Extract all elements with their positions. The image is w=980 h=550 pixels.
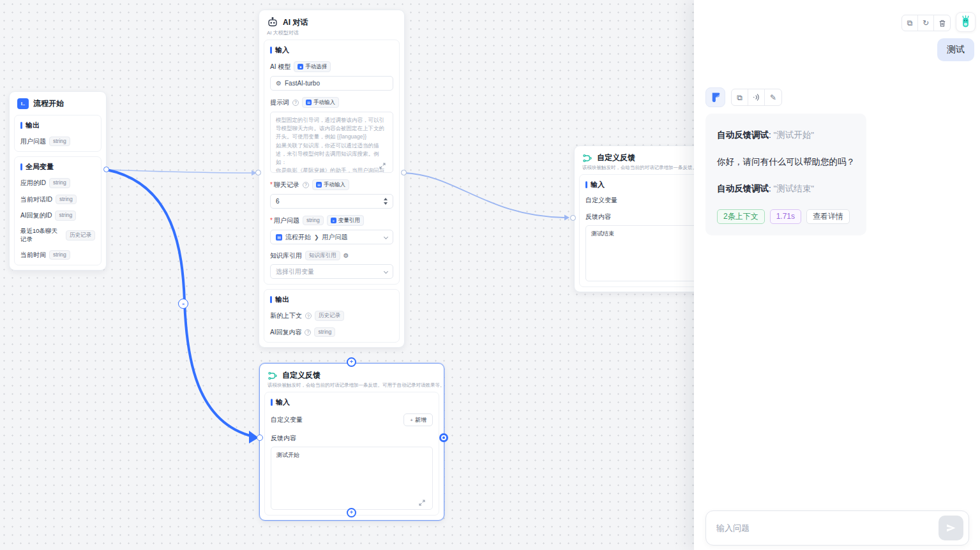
trash-icon xyxy=(939,19,946,27)
variable-mini-icon: x xyxy=(331,218,336,223)
feedback-input-section: 输入 自定义变量 反馈内容 测试结束 xyxy=(579,174,704,287)
feedback-content-label: 反馈内容 xyxy=(585,212,611,221)
feedback-input-section: 输入 自定义变量 +新增 反馈内容 测试开始 xyxy=(264,392,439,516)
variable-row: 当前对话IDstring xyxy=(20,195,95,204)
kb-placeholder: 选择引用变量 xyxy=(276,267,314,276)
edge-delete-button[interactable]: × xyxy=(178,299,188,309)
variable-label: 最近10条聊天记录 xyxy=(20,227,63,244)
node-custom-feedback-side[interactable]: 自定义反馈 该模块被触发时，会给当前的对话记录增加一条反馈。可用于自动记录对话效… xyxy=(574,145,709,292)
type-badge: 历史记录 xyxy=(315,311,344,320)
feedback-content-textarea[interactable]: 测试开始 xyxy=(271,447,433,510)
feedback-debug-line: 自动反馈调试: "测试结束" xyxy=(717,182,855,195)
edge-ai-to-feedback[interactable] xyxy=(404,173,564,218)
chat-toolbar: ⧉ ↻ xyxy=(901,15,951,31)
stepper-down-icon[interactable] xyxy=(384,202,388,205)
view-detail-button[interactable]: 查看详情 xyxy=(806,209,850,224)
section-bar xyxy=(20,163,22,170)
type-badge: string xyxy=(49,137,70,146)
edge-start-to-ai[interactable] xyxy=(107,170,252,173)
history-count-input[interactable]: 6 xyxy=(270,194,393,209)
handle-flow-start-output[interactable] xyxy=(103,167,109,172)
variable-label: AI回复的ID xyxy=(20,211,52,220)
node-title: 自定义反馈 xyxy=(282,370,320,381)
chevron-down-icon xyxy=(384,235,388,239)
output-row: AI回复内容 ? string xyxy=(270,327,393,337)
chat-input[interactable] xyxy=(706,523,939,533)
handle-feedback-side-input[interactable] xyxy=(570,215,576,221)
type-badge: string xyxy=(303,216,324,225)
kb-settings-icon[interactable]: ⚙ xyxy=(343,252,349,259)
output-row: 用户问题 string xyxy=(20,137,95,146)
edge-ai-to-feedback-arrow xyxy=(564,215,569,221)
keyboard-mini-icon: ⊞ xyxy=(316,182,322,188)
node-title: AI 对话 xyxy=(283,17,308,28)
question-mode-badge[interactable]: x变量引用 xyxy=(327,215,364,226)
help-icon[interactable]: ? xyxy=(303,182,309,188)
help-icon[interactable]: ? xyxy=(305,329,311,336)
type-badge: string xyxy=(49,178,70,188)
ai-chat-output-section: 输出 新的上下文 ? 历史记录 AI回复内容 ? string xyxy=(264,289,400,343)
variable-label: 当前时间 xyxy=(20,251,46,260)
type-badge: 知识库引用 xyxy=(305,251,340,260)
type-badge: 历史记录 xyxy=(66,230,95,240)
ai-chat-input-section: 输入 AI 模型 ●手动选择 ⚙ FastAI-turbo 提示词 ? ⊞手动输… xyxy=(264,40,400,285)
feedback-icon xyxy=(582,153,592,163)
node-ai-chat[interactable]: AI 对话 AI 大模型对话 输入 AI 模型 ●手动选择 ⚙ FastAI-t… xyxy=(259,10,405,348)
flow-start-variables-section: 全局变量 应用的IDstring 当前对话IDstring AI回复的IDstr… xyxy=(14,156,102,265)
prompt-textarea[interactable]: 模型固定的引导词，通过调整该内容，可以引导模型聊天方向。该内容会被固定在上下文的… xyxy=(270,112,393,173)
handle-feedback-top[interactable]: + xyxy=(347,357,356,367)
response-time-tag[interactable]: 1.71s xyxy=(770,209,801,224)
question-field: 用户问题 xyxy=(322,233,348,242)
section-title: 输入 xyxy=(275,45,289,55)
handle-feedback-input[interactable] xyxy=(257,435,263,441)
send-button[interactable] xyxy=(939,516,963,540)
node-custom-feedback[interactable]: 自定义反馈 该模块被触发时，会给当前的对话记录增加一条反馈。可用于自动记录对话效… xyxy=(259,363,444,521)
variable-row: 最近10条聊天记录历史记录 xyxy=(20,227,95,244)
custom-variable-label: 自定义变量 xyxy=(271,415,303,424)
copy-chat-button[interactable]: ⧉ xyxy=(902,15,918,31)
reset-chat-button[interactable]: ↻ xyxy=(918,15,934,31)
section-bar xyxy=(585,181,587,188)
node-title: 流程开始 xyxy=(33,98,64,109)
node-subtitle: AI 大模型对话 xyxy=(259,29,404,36)
custom-variable-label: 自定义变量 xyxy=(585,196,617,205)
stepper-up-icon[interactable] xyxy=(384,198,388,200)
node-flow-start[interactable]: I.. 流程开始 输出 用户问题 string 全局变量 应用的IDstring… xyxy=(9,91,107,271)
assistant-text: 你好，请问有什么可以帮助您的吗？ xyxy=(717,156,855,168)
edit-message-button[interactable]: ✎ xyxy=(765,89,781,105)
number-stepper[interactable] xyxy=(384,198,388,205)
node-title: 自定义反馈 xyxy=(597,152,635,163)
help-icon[interactable]: ? xyxy=(292,100,299,106)
fastgpt-logo-icon xyxy=(709,91,721,103)
expand-icon[interactable] xyxy=(379,163,386,169)
handle-ai-chat-input[interactable] xyxy=(255,170,261,175)
copy-message-button[interactable]: ⧉ xyxy=(732,89,748,105)
prompt-mode-badge[interactable]: ⊞手动输入 xyxy=(302,97,339,108)
context-count-tag[interactable]: 2条上下文 xyxy=(717,209,765,224)
section-bar xyxy=(271,399,273,406)
chat-test-panel: ⧉ ↻ 测试 ⧉ ✎ 自动反馈调试: "测试开始" 你好，请问有什么可以帮助您的… xyxy=(694,0,980,550)
tts-button[interactable] xyxy=(748,89,765,105)
history-mode-badge[interactable]: ⊞手动输入 xyxy=(312,179,349,190)
robot-icon xyxy=(267,17,278,28)
question-source: 流程开始 xyxy=(285,233,311,242)
keyboard-mini-icon: ⊞ xyxy=(306,100,312,105)
kb-select[interactable]: 选择引用变量 xyxy=(270,264,393,279)
add-variable-button[interactable]: +新增 xyxy=(403,413,433,426)
app-avatar-button[interactable] xyxy=(956,12,976,32)
user-message-bubble: 测试 xyxy=(937,38,974,61)
delete-chat-button[interactable] xyxy=(934,15,950,31)
model-select[interactable]: ⚙ FastAI-turbo xyxy=(270,76,393,91)
chat-input-bar xyxy=(705,510,969,546)
handle-ai-chat-output[interactable] xyxy=(401,170,407,175)
question-source-select[interactable]: ▤ 流程开始 ❯ 用户问题 xyxy=(270,230,393,244)
help-icon[interactable]: ? xyxy=(305,313,312,319)
flow-start-mini-icon: ▤ xyxy=(276,234,282,241)
feedback-content-textarea[interactable]: 测试结束 xyxy=(585,225,698,281)
model-mode-badge[interactable]: ●手动选择 xyxy=(294,61,331,72)
section-bar xyxy=(270,47,272,54)
expand-icon[interactable] xyxy=(419,500,425,506)
kb-label: 知识库引用 xyxy=(270,251,302,260)
handle-feedback-output[interactable] xyxy=(439,433,448,442)
handle-feedback-bottom[interactable]: + xyxy=(347,508,356,517)
